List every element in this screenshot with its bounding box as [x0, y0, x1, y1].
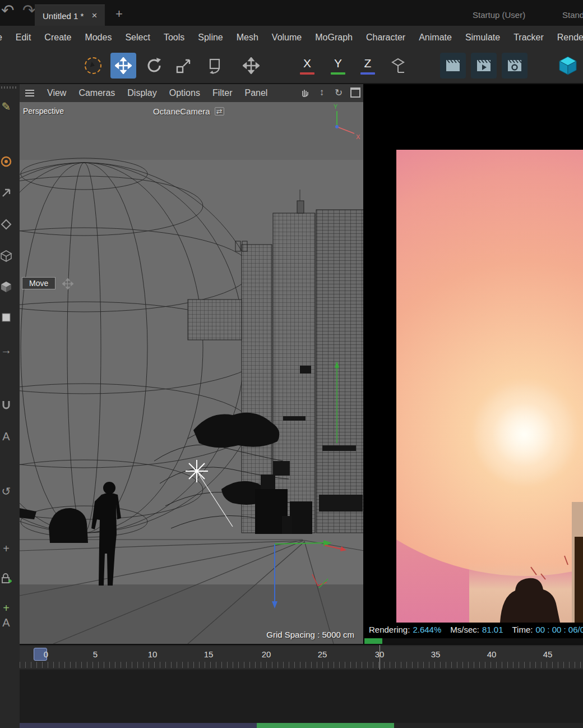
rendering-label: Rendering: — [369, 625, 410, 634]
axis-x-toggle[interactable]: X — [294, 53, 320, 79]
timeline: 0 5 10 15 20 25 30 35 40 45 — [20, 644, 583, 671]
maximize-view-icon[interactable] — [349, 86, 362, 99]
camera-label[interactable]: OctaneCamera ⇄ — [153, 107, 224, 116]
axis-z-toggle[interactable]: Z — [355, 53, 381, 79]
crosshair-icon[interactable]: + — [0, 540, 16, 557]
live-selection-tool[interactable] — [80, 53, 106, 79]
menu-tools[interactable]: Tools — [157, 26, 191, 49]
pan-hand-icon[interactable] — [298, 86, 312, 99]
perspective-viewport[interactable]: Y X Perspective OctaneCamera ⇄ Move Grid… — [20, 102, 364, 644]
time-value: 00 : 00 : 06/00 : — [535, 625, 583, 634]
palette-grip[interactable] — [1, 86, 18, 89]
tab-title: Untitled 1 * — [43, 11, 84, 21]
toolbar: X Y Z — [0, 49, 583, 83]
redo-icon[interactable]: ↷ — [22, 1, 35, 20]
cube-tool-icon[interactable] — [0, 247, 16, 265]
rotate-icon — [145, 57, 163, 75]
undo-icon[interactable]: ↶ — [1, 1, 14, 20]
menu-character[interactable]: Character — [359, 26, 412, 49]
camera-swap-icon[interactable]: ⇄ — [215, 107, 224, 116]
edge-tool-icon[interactable] — [0, 215, 16, 233]
tick-25: 25 — [318, 649, 327, 659]
axis-arrow-icon[interactable]: → — [0, 341, 16, 359]
menu-volume[interactable]: Volume — [265, 26, 308, 49]
lock-axis-icon[interactable] — [0, 570, 16, 588]
vp-menu-cameras[interactable]: Cameras — [72, 88, 121, 98]
dolly-icon[interactable]: ↕ — [315, 86, 328, 99]
rotate-snap-icon[interactable]: ↺ — [0, 482, 16, 500]
pen-tool-icon[interactable]: ✎ — [0, 98, 16, 116]
vp-menu-display[interactable]: Display — [121, 88, 163, 98]
rotate-tool[interactable] — [141, 53, 167, 79]
render-progress-bar — [364, 638, 382, 644]
menu-simulate[interactable]: Simulate — [459, 26, 507, 49]
menu-create[interactable]: Create — [38, 26, 78, 49]
global-move-icon — [243, 57, 260, 74]
octane-plugin-button[interactable] — [555, 53, 581, 79]
tick-5: 5 — [93, 649, 98, 659]
camera-name: OctaneCamera — [153, 107, 210, 116]
menu-spline[interactable]: Spline — [191, 26, 229, 49]
menu-mesh[interactable]: Mesh — [230, 26, 265, 49]
new-tab-button[interactable]: + — [115, 7, 123, 21]
menu-modes[interactable]: Modes — [78, 26, 118, 49]
move-tool[interactable] — [110, 53, 136, 79]
tab-close-icon[interactable]: × — [91, 10, 97, 21]
global-move-tool[interactable] — [238, 53, 264, 79]
selection-brush-icon[interactable] — [0, 153, 16, 171]
orbit-icon[interactable]: ↻ — [332, 86, 345, 99]
tick-10: 10 — [148, 649, 158, 659]
viewport-canvas[interactable]: Y X — [20, 102, 364, 644]
octane-live-viewer: Rendering:2.644%Ms/sec:81.01Time:00 : 00… — [364, 84, 583, 644]
titlebar: ↶ ↷ Untitled 1 * × + Startup (User) Stan… — [0, 0, 583, 26]
render-picture-viewer-icon — [475, 58, 492, 73]
viewport-hamburger-icon[interactable] — [25, 90, 34, 96]
vp-menu-panel[interactable]: Panel — [238, 88, 274, 98]
render-preview[interactable] — [396, 150, 583, 623]
solid-cube-tool-icon[interactable] — [0, 278, 16, 296]
letter-a-icon[interactable]: A — [0, 427, 16, 445]
workplane-tool[interactable] — [385, 53, 411, 79]
mssec-label: Ms/sec: — [450, 625, 479, 634]
render-view-button[interactable] — [440, 53, 466, 79]
axis-y-toggle[interactable]: Y — [325, 53, 351, 79]
menu-select[interactable]: Select — [118, 26, 156, 49]
axis-y-underline — [331, 72, 345, 75]
menu-render[interactable]: Render — [550, 26, 583, 49]
menu-animate[interactable]: Animate — [412, 26, 459, 49]
coordinate-system-icon — [207, 57, 225, 75]
menu-mograph[interactable]: MoGraph — [308, 26, 359, 49]
document-tab[interactable]: Untitled 1 * × — [35, 4, 105, 26]
render-progress-track — [364, 638, 583, 644]
frame-marker-line[interactable] — [380, 645, 380, 671]
viewport-menu-bar: View Cameras Display Options Filter Pane… — [20, 84, 364, 103]
coordinate-system-tool[interactable] — [203, 53, 229, 79]
menu-tracker[interactable]: Tracker — [507, 26, 550, 49]
axis-x-underline — [300, 72, 314, 75]
layout-preset-label[interactable]: Stand — [562, 10, 583, 20]
snap-magnet-icon[interactable] — [0, 396, 16, 414]
vp-menu-options[interactable]: Options — [163, 88, 206, 98]
menu-edit[interactable]: Edit — [9, 26, 38, 49]
tick-20: 20 — [262, 649, 271, 659]
scale-tool[interactable] — [171, 53, 197, 79]
track-segment-blue[interactable] — [20, 723, 257, 728]
arrow-tool-icon[interactable] — [0, 184, 16, 202]
menu-bar: File Edit Create Modes Select Tools Spli… — [0, 26, 583, 49]
timeline-ruler[interactable]: 0 5 10 15 20 25 30 35 40 45 — [20, 646, 583, 669]
octane-cube-icon — [557, 55, 579, 76]
view-mode-label[interactable]: Perspective — [23, 107, 64, 116]
plane-tool-icon[interactable] — [0, 308, 16, 326]
letter-a-secondary-icon[interactable]: A — [0, 614, 16, 632]
render-settings-button[interactable] — [502, 53, 528, 79]
layout-label[interactable]: Startup (User) — [473, 10, 525, 20]
tick-40: 40 — [487, 649, 497, 659]
vp-menu-filter[interactable]: Filter — [206, 88, 239, 98]
render-picture-viewer-button[interactable] — [471, 53, 497, 79]
vp-menu-view[interactable]: View — [41, 88, 72, 98]
bottom-track-strip — [20, 723, 583, 728]
menu-file[interactable]: File — [0, 26, 9, 49]
track-segment-green[interactable] — [257, 723, 394, 728]
axis-y-label: Y — [334, 57, 342, 70]
tick-0: 0 — [44, 649, 48, 659]
